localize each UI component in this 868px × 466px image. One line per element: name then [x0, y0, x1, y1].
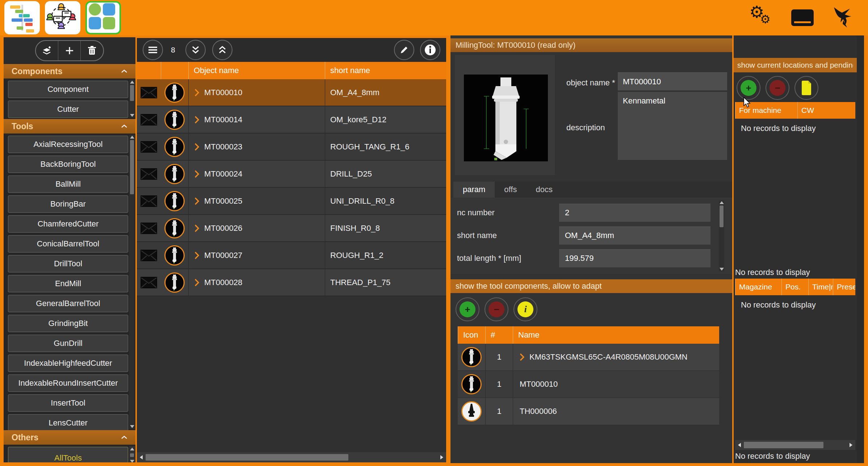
expand-chevron-icon[interactable]: [194, 279, 199, 287]
expand-chevron-icon[interactable]: [520, 353, 524, 361]
magazine-column-header[interactable]: Time|n: [808, 279, 833, 295]
add-button[interactable]: [58, 41, 81, 60]
sidebar-tool-item[interactable]: DrillTool: [8, 255, 128, 272]
components-column-header[interactable]: #: [485, 326, 513, 344]
param-value-field[interactable]: 199.579: [559, 249, 710, 267]
components-column-header[interactable]: Icon: [458, 326, 485, 344]
scroll-up-icon[interactable]: [130, 448, 134, 450]
param-scrollbar[interactable]: [719, 200, 724, 271]
location-remove-button[interactable]: −: [766, 76, 789, 100]
mail-icon[interactable]: [141, 114, 157, 126]
collapse-all-button[interactable]: [212, 40, 232, 60]
sidebar-tool-item[interactable]: IndexableHighfeedCutter: [8, 355, 128, 372]
scroll-right-icon[interactable]: [850, 443, 852, 447]
tools-scrollbar[interactable]: [129, 135, 135, 429]
tool-thumbnail[interactable]: [164, 191, 185, 211]
header-short-name[interactable]: short name: [325, 62, 446, 79]
tool-row[interactable]: MT000027 ROUGH_R1_2: [137, 242, 446, 269]
expand-chevron-icon[interactable]: [194, 224, 199, 232]
sidebar-tool-item[interactable]: LensCutter: [8, 414, 128, 430]
sidebar-tool-item[interactable]: GeneralBarrelTool: [8, 295, 128, 312]
magazine-column-header[interactable]: Magazine: [735, 279, 781, 295]
tool-thumbnail[interactable]: [164, 137, 185, 157]
object-name-field[interactable]: MT000010: [618, 72, 727, 90]
list-menu-button[interactable]: [143, 40, 163, 60]
tool-thumbnail[interactable]: [164, 272, 185, 293]
section-header-components[interactable]: Components: [4, 64, 135, 79]
mail-icon[interactable]: [141, 168, 157, 180]
param-value-field[interactable]: OM_A4_8mm: [559, 226, 710, 245]
tool-row[interactable]: MT000025 UNI_DRILL_R0_8: [137, 188, 446, 215]
tool-row[interactable]: MT000024 DRILL_D25: [137, 161, 446, 188]
scroll-up-icon[interactable]: [720, 201, 724, 204]
tool-preview-image[interactable]: [464, 75, 548, 161]
sidebar-tool-item[interactable]: GrindingBit: [8, 315, 128, 332]
section-header-tools[interactable]: Tools: [4, 119, 135, 134]
location-document-button[interactable]: [794, 76, 818, 100]
expand-chevron-icon[interactable]: [194, 89, 199, 97]
sidebar-tool-item[interactable]: BoringBar: [8, 195, 128, 213]
component-row[interactable]: 1 KM63TSKGMSL65C-A4R0805M08U00GMN: [458, 344, 719, 371]
machine-column-header[interactable]: CW: [797, 102, 855, 119]
scroll-down-icon[interactable]: [720, 268, 724, 271]
tool-thumbnail[interactable]: [164, 82, 185, 103]
sidebar-alltools-item[interactable]: AllTools: [8, 447, 128, 462]
sidebar-tool-item[interactable]: InsertTool: [8, 394, 128, 412]
detail-tab[interactable]: param: [453, 182, 495, 198]
edit-button[interactable]: [394, 40, 414, 60]
components-scrollbar[interactable]: [129, 80, 135, 118]
tool-row[interactable]: MT000023 ROUGH_TANG_R1_6: [137, 134, 446, 161]
scroll-down-icon[interactable]: [130, 460, 134, 462]
mail-icon[interactable]: [141, 141, 157, 153]
detail-tab[interactable]: docs: [526, 182, 562, 198]
scroll-up-icon[interactable]: [130, 81, 134, 84]
component-info-button[interactable]: i: [513, 297, 537, 321]
sidebar-scrollbar[interactable]: [129, 446, 135, 462]
collaboration-app-icon[interactable]: [45, 1, 80, 34]
magazine-column-header[interactable]: Prese: [833, 279, 855, 295]
expand-chevron-icon[interactable]: [194, 251, 199, 259]
sidebar-tool-item[interactable]: EndMill: [8, 275, 128, 292]
expand-chevron-icon[interactable]: [194, 116, 199, 124]
expand-chevron-icon[interactable]: [194, 197, 199, 205]
section-header-others[interactable]: Others: [4, 430, 135, 445]
expand-chevron-icon[interactable]: [194, 170, 199, 178]
component-add-button[interactable]: +: [456, 297, 479, 321]
tool-row[interactable]: MT000028 THREAD_P1_75: [137, 269, 446, 296]
planning-app-icon[interactable]: [4, 1, 40, 34]
component-row[interactable]: 1 MT000010: [458, 371, 719, 398]
expand-chevron-icon[interactable]: [194, 143, 199, 151]
scroll-up-icon[interactable]: [130, 136, 134, 139]
delete-button[interactable]: [81, 41, 103, 60]
tool-row[interactable]: MT000014 OM_kore5_D12: [137, 106, 446, 134]
sidebar-tool-item[interactable]: IndexableRoundInsertCutter: [8, 374, 128, 392]
sidebar-tool-item[interactable]: AxialRecessingTool: [8, 136, 128, 153]
sidebar-component-item[interactable]: Cutter: [8, 101, 128, 118]
sidebar-tool-item[interactable]: ConicalBarrelTool: [8, 235, 128, 253]
scroll-right-icon[interactable]: [440, 455, 443, 459]
list-horizontal-scrollbar[interactable]: [137, 452, 446, 462]
info-button[interactable]: [420, 40, 440, 60]
expand-all-button[interactable]: [185, 40, 206, 60]
mail-icon[interactable]: [141, 277, 157, 288]
tool-thumbnail[interactable]: [164, 110, 185, 130]
sidebar-tool-item[interactable]: BackBoringTool: [8, 156, 128, 173]
locations-vertical-scroll-track[interactable]: [857, 35, 864, 463]
tool-manager-app-icon[interactable]: [85, 1, 121, 34]
scroll-down-icon[interactable]: [130, 425, 134, 428]
tool-thumbnail[interactable]: [164, 218, 185, 238]
component-row[interactable]: 1 TH000006: [458, 398, 719, 425]
window-card-icon[interactable]: [791, 9, 814, 26]
sidebar-tool-item[interactable]: ChamferedCutter: [8, 215, 128, 233]
duplicate-layers-button[interactable]: [36, 41, 58, 60]
tool-thumbnail[interactable]: [164, 164, 185, 184]
locations-horizontal-scrollbar[interactable]: [735, 440, 855, 450]
component-remove-button[interactable]: −: [485, 297, 508, 321]
magazine-column-header[interactable]: Pos.: [781, 279, 808, 295]
mail-icon[interactable]: [141, 250, 157, 261]
scroll-down-icon[interactable]: [130, 114, 134, 117]
sidebar-tool-item[interactable]: BallMill: [8, 175, 128, 193]
tool-row[interactable]: MT000010 OM_A4_8mm: [137, 79, 446, 106]
description-field[interactable]: Kennametal: [618, 92, 727, 160]
scroll-left-icon[interactable]: [738, 443, 741, 447]
